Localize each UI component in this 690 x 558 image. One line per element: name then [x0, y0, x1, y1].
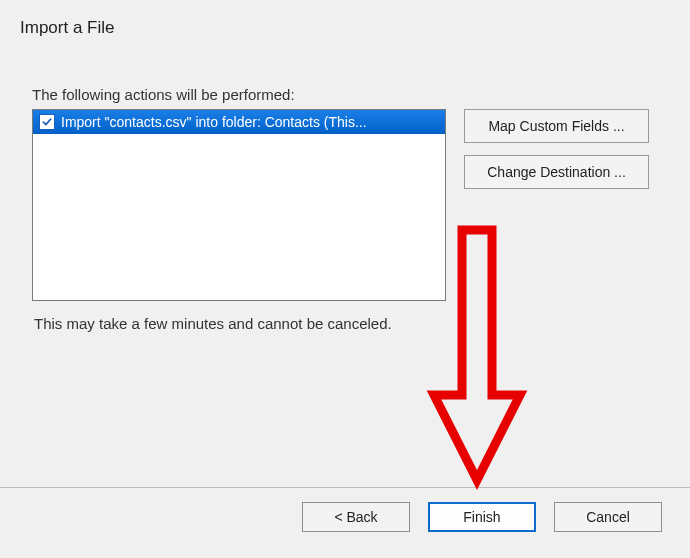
back-button[interactable]: < Back	[302, 502, 410, 532]
main-content: Import "contacts.csv" into folder: Conta…	[32, 109, 670, 301]
warning-text: This may take a few minutes and cannot b…	[34, 315, 670, 332]
action-item-label: Import "contacts.csv" into folder: Conta…	[61, 114, 439, 130]
action-item[interactable]: Import "contacts.csv" into folder: Conta…	[33, 110, 445, 134]
change-destination-button[interactable]: Change Destination ...	[464, 155, 649, 189]
finish-button[interactable]: Finish	[428, 502, 536, 532]
cancel-button[interactable]: Cancel	[554, 502, 662, 532]
action-checkbox[interactable]	[39, 114, 55, 130]
check-icon	[41, 116, 53, 128]
dialog-footer: < Back Finish Cancel	[0, 487, 690, 558]
map-custom-fields-button[interactable]: Map Custom Fields ...	[464, 109, 649, 143]
actions-listbox[interactable]: Import "contacts.csv" into folder: Conta…	[32, 109, 446, 301]
side-buttons-group: Map Custom Fields ... Change Destination…	[464, 109, 649, 301]
import-file-dialog: Import a File The following actions will…	[0, 0, 690, 558]
dialog-title: Import a File	[20, 18, 670, 38]
instructions-label: The following actions will be performed:	[32, 86, 670, 103]
